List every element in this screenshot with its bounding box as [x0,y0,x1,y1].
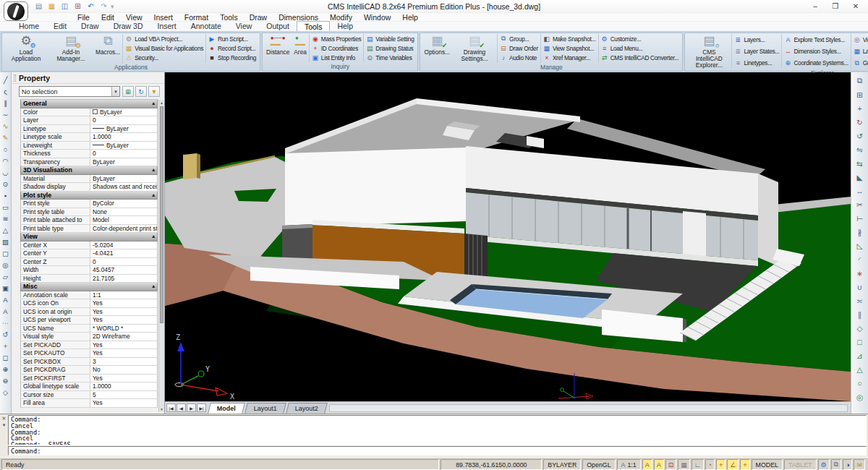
angle-button[interactable]: ∠ [727,459,739,470]
rectangle-icon[interactable]: ▭ [1,201,11,213]
scale-icon[interactable]: ◣ [855,170,865,184]
area-button[interactable]: ●▬▬Area [292,34,309,62]
stretch-icon[interactable]: ↔ [855,184,865,197]
ribbon-tab-annotate[interactable]: Annotate [184,21,229,31]
property-row[interactable]: Global linetype scale1.0000 [20,383,158,391]
dimension-styles-button[interactable]: ↔Dimension Styles... [784,47,848,56]
property-row[interactable]: ColorByLayer [20,108,158,117]
property-row[interactable]: Set PICKDRAGNo [20,366,158,375]
record-script-button[interactable]: ●Record Script... [208,43,256,53]
group-button[interactable]: ⧉Group... [500,34,538,43]
menu-tools[interactable]: Tools [215,13,243,22]
views-button[interactable]: ◎Views... [854,35,868,45]
property-row[interactable]: Height21.7105 [20,275,158,283]
property-row[interactable]: Annotation scale1:1 [20,291,158,300]
update-icon[interactable]: ↺ [1,328,11,340]
ribbon-tab-output[interactable]: Output [259,21,297,31]
layout-tab-model[interactable]: Model [208,403,245,414]
boundary-icon[interactable]: ▣ [1,282,11,294]
run-script-button[interactable]: ▶Run Script... [208,34,256,43]
property-row[interactable]: Set PICKAUTOYes [20,349,158,358]
stop-recording-button[interactable]: ■Stop Recording [208,53,256,62]
polygon-icon[interactable]: △ [1,224,11,236]
load-application-button[interactable]: ⚙⚙Load Application [4,34,48,63]
close-command-icon[interactable]: ✕ [2,416,7,421]
mirror-icon[interactable]: ⇋ [855,142,865,156]
polyline-icon[interactable]: ς [1,85,11,97]
explode-icon[interactable]: ∗ [855,266,865,280]
property-row[interactable]: Print table typeColor-dependent print st… [20,225,158,234]
ribbon-tab-home[interactable]: Home [12,21,46,31]
align-icon[interactable]: ∥ [855,307,865,321]
sphere-icon[interactable]: ○ [855,376,865,390]
arc-icon[interactable]: ◠ [1,155,11,166]
fillet-icon[interactable]: ◜ [855,252,865,266]
chevron-down-icon[interactable]: ▾ [111,87,119,96]
hatch-icon[interactable]: ▨ [1,236,11,247]
property-row[interactable]: UCS Name* WORLD * [20,325,158,333]
ribbon-tab-view[interactable]: View [229,21,260,31]
app-logo-icon[interactable] [4,1,28,21]
xref-manager-button[interactable]: ×Xref Manager... [543,53,596,62]
layout-tab-layout1[interactable]: Layout1 [244,403,286,414]
time-variables-button[interactable]: ⊙Time Variables [366,53,414,62]
more-icon[interactable]: ⋯ [1,317,11,328]
region-icon[interactable]: ▢ [1,247,11,259]
customize-button[interactable]: ⚙Customize... [601,34,679,43]
join-icon[interactable]: ∪ [855,280,865,294]
linetypes-button[interactable]: ≡Linetypes... [734,59,779,68]
panel-grip[interactable] [14,74,16,82]
annotation-scale-button[interactable]: A1:1 [617,459,641,470]
property-row[interactable]: UCS icon at originYes [20,308,158,317]
cone-icon[interactable]: △ [855,362,865,376]
crosshair-button[interactable]: + [740,459,749,470]
tab-nav-button[interactable]: ◀ [176,403,186,412]
audio-note-button[interactable]: ♪Audio Note [500,53,538,62]
property-row[interactable]: Linetype scale1.0000 [20,133,158,142]
property-row[interactable]: TransparencyByLayer [20,158,158,167]
property-row[interactable]: Set PICKFIRSTYes [20,375,158,383]
window-cascade-button[interactable]: ⧉ [831,459,841,470]
zoom-extents-icon[interactable]: ◇ [1,386,11,398]
property-row[interactable]: Layer0 [20,116,158,125]
section-header[interactable]: Misc▴ [20,283,158,291]
section-header[interactable]: View▴ [20,233,158,242]
refresh-selection-button[interactable]: ↻ [135,86,147,97]
menu-file[interactable]: File [72,13,95,22]
layouts-button[interactable]: ▦Layouts... [854,47,868,56]
coordinate-systems-button[interactable]: ⊕Coordinate Systems... [784,59,848,68]
layers-button[interactable]: ≣Layers... [734,35,779,45]
property-row[interactable]: LineweightByLayer [20,142,158,150]
ellipse-icon[interactable]: ⊙ [1,178,11,189]
chamfer-icon[interactable]: ◺ [855,239,865,252]
copy-icon[interactable]: ⧉ [855,74,865,87]
mirror3d-icon[interactable]: ⇆ [855,156,865,170]
property-row[interactable]: Shadow displayShadows cast and received [20,183,158,192]
list-entity-button[interactable]: ▣List Entity Info [312,53,361,62]
zoom-in-icon[interactable]: ⊕ [1,363,11,375]
array-icon[interactable]: ⊞ [855,87,865,101]
tab-nav-button[interactable]: ▶| [197,403,206,412]
menu-edit[interactable]: Edit [96,13,119,22]
circle-icon[interactable]: ○ [1,143,11,155]
options-button[interactable]: ▦✔Options... [422,34,452,63]
section-header[interactable]: 3D Visualisation▴ [20,166,158,175]
message-button[interactable]: ✉ [854,459,865,470]
property-row[interactable]: Print styleByColor [20,200,158,208]
property-row[interactable]: Visual style2D Wireframe [20,333,158,341]
tab-nav-button[interactable]: ▶ [187,403,196,412]
menu-view[interactable]: View [121,13,148,22]
close-button[interactable]: ✕ [851,2,861,10]
property-row[interactable]: Center X-5.0204 [20,242,158,250]
ribbon-tab-help[interactable]: Help [330,21,360,31]
move-icon[interactable]: + [855,101,865,115]
zoom-out-icon[interactable]: ⊖ [1,375,11,386]
torus-icon[interactable]: ◎ [855,390,865,403]
plane-icon[interactable]: ▱ [1,270,11,282]
property-row[interactable]: Thickness0 [20,150,158,158]
filter-button[interactable]: ▼ [148,86,160,97]
section-header[interactable]: Plot style▴ [20,192,158,200]
donut-icon[interactable]: ◎ [1,259,11,270]
pan-icon[interactable]: + [1,340,11,351]
property-row[interactable]: UCS icon OnYes [20,299,158,308]
